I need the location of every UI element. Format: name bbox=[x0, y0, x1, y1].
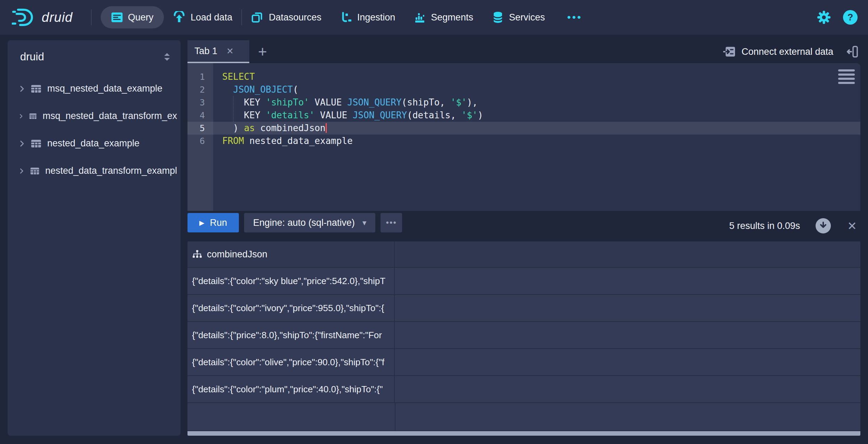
table-icon bbox=[30, 166, 39, 176]
query-tab-bar: Tab 1 ✕ + Connect external data bbox=[187, 40, 860, 63]
query-workbench: Tab 1 ✕ + Connect external data bbox=[187, 40, 860, 436]
sidebar-item-datasource[interactable]: msq_nested_data_example bbox=[15, 75, 177, 102]
nav-datasources-label: Datasources bbox=[269, 12, 322, 23]
nav-item-load-data[interactable]: Load data bbox=[173, 11, 232, 24]
nav-load-data-label: Load data bbox=[191, 12, 232, 23]
druid-logo-icon bbox=[12, 8, 36, 27]
results-column-header[interactable]: combinedJson bbox=[187, 241, 395, 267]
run-bar: ▶ Run Engine: auto (sql-native) ▾ ••• 5 … bbox=[187, 211, 860, 241]
gear-icon[interactable] bbox=[817, 10, 831, 25]
editor-gutter: 123456 bbox=[187, 63, 213, 211]
code-line[interactable]: ) as combinedJson bbox=[222, 122, 860, 135]
run-button[interactable]: ▶ Run bbox=[187, 213, 239, 232]
segments-icon bbox=[414, 11, 426, 23]
sidebar-item-datasource[interactable]: msq_nested_data_transform_ex bbox=[15, 102, 177, 130]
new-tab-button[interactable]: + bbox=[249, 40, 276, 63]
double-caret-sort-icon[interactable] bbox=[163, 52, 171, 62]
upload-icon bbox=[173, 11, 185, 24]
table-row: {"details":{"price":8.0},"shipTo":{"firs… bbox=[187, 322, 860, 349]
datasource-name: nested_data_transform_exampl bbox=[45, 165, 177, 176]
nav-segments-label: Segments bbox=[431, 12, 473, 23]
tab-close-icon[interactable]: ✕ bbox=[226, 47, 234, 56]
nav-services-label: Services bbox=[509, 12, 545, 23]
nav-divider bbox=[91, 9, 92, 25]
nav-item-query[interactable]: Query bbox=[101, 6, 164, 28]
code-line[interactable]: KEY 'shipTo' VALUE JSON_QUERY(shipTo, '$… bbox=[222, 96, 860, 109]
play-icon: ▶ bbox=[199, 219, 205, 227]
results-column-name: combinedJson bbox=[207, 249, 267, 260]
help-icon[interactable]: ? bbox=[843, 10, 858, 25]
line-number: 5 bbox=[187, 122, 213, 135]
line-number: 3 bbox=[187, 96, 213, 109]
chevron-right-icon[interactable] bbox=[19, 167, 24, 175]
collapse-panel-button[interactable] bbox=[846, 40, 858, 63]
line-number: 6 bbox=[187, 135, 213, 147]
ingestion-icon bbox=[340, 11, 352, 23]
result-cell[interactable]: {"details":{"price":8.0},"shipTo":{"firs… bbox=[187, 322, 395, 348]
sidebar-schema-title: druid bbox=[20, 51, 163, 63]
sql-editor[interactable]: 123456 SELECT JSON_OBJECT( KEY 'shipTo' … bbox=[187, 63, 860, 211]
chevron-right-icon[interactable] bbox=[19, 140, 25, 147]
sidebar-item-datasource[interactable]: nested_data_example bbox=[15, 130, 177, 157]
empty-cell bbox=[187, 403, 395, 430]
table-icon bbox=[31, 84, 41, 93]
result-cell[interactable]: {"details":{"color":"sky blue","price":5… bbox=[187, 268, 395, 294]
table-row: {"details":{"color":"sky blue","price":5… bbox=[187, 268, 860, 295]
nav-item-datasources[interactable]: Datasources bbox=[251, 11, 322, 24]
result-cell[interactable]: {"details":{"color":"olive","price":90.0… bbox=[187, 349, 395, 375]
results-header-row: combinedJson bbox=[187, 241, 860, 268]
results-info: 5 results in 0.09s bbox=[729, 221, 800, 231]
line-number: 2 bbox=[187, 83, 213, 96]
horizontal-scrollbar[interactable] bbox=[187, 431, 860, 436]
table-row: {"details":{"color":"ivory","price":955.… bbox=[187, 295, 860, 322]
query-document-icon bbox=[111, 12, 123, 23]
chevron-right-icon[interactable] bbox=[19, 85, 25, 93]
editor-menu-icon[interactable] bbox=[838, 69, 855, 84]
datasource-name: msq_nested_data_example bbox=[47, 83, 162, 94]
nav-item-segments[interactable]: Segments bbox=[414, 11, 473, 23]
download-results-button[interactable] bbox=[816, 218, 831, 233]
code-line[interactable]: JSON_OBJECT( bbox=[222, 83, 860, 96]
table-icon bbox=[29, 112, 37, 121]
druid-logo[interactable]: druid bbox=[12, 8, 73, 27]
line-number: 1 bbox=[187, 70, 213, 83]
query-tab-1[interactable]: Tab 1 ✕ bbox=[187, 40, 249, 63]
run-button-label: Run bbox=[210, 217, 227, 228]
collapse-panel-icon bbox=[846, 45, 858, 58]
nav-item-ingestion[interactable]: Ingestion bbox=[340, 11, 395, 23]
connect-external-data-icon bbox=[723, 46, 736, 58]
datasource-name: nested_data_example bbox=[47, 138, 140, 149]
code-line[interactable]: SELECT bbox=[222, 70, 860, 83]
text-cursor bbox=[326, 123, 327, 133]
sidebar-item-datasource[interactable]: nested_data_transform_exampl bbox=[15, 157, 177, 185]
engine-select-button[interactable]: Engine: auto (sql-native) ▾ bbox=[244, 213, 375, 232]
chevron-right-icon[interactable] bbox=[19, 112, 23, 120]
code-line[interactable]: KEY 'details' VALUE JSON_QUERY(details, … bbox=[222, 109, 860, 122]
datasource-name: msq_nested_data_transform_ex bbox=[43, 111, 177, 121]
caret-down-icon: ▾ bbox=[362, 218, 367, 228]
connect-external-data-button[interactable]: Connect external data bbox=[723, 40, 833, 63]
result-cell[interactable]: {"details":{"color":"ivory","price":955.… bbox=[187, 295, 395, 321]
tab-title: Tab 1 bbox=[194, 46, 217, 57]
result-cell[interactable]: {"details":{"color":"plum","price":40.0}… bbox=[187, 376, 395, 402]
nav-item-services[interactable]: Services bbox=[492, 11, 545, 24]
top-navbar: druid Query Load data Datasources bbox=[0, 0, 868, 35]
empty-table-row bbox=[187, 403, 860, 431]
nav-ingestion-label: Ingestion bbox=[357, 12, 395, 23]
engine-label: Engine: auto (sql-native) bbox=[253, 217, 355, 228]
line-number: 4 bbox=[187, 109, 213, 122]
editor-code[interactable]: SELECT JSON_OBJECT( KEY 'shipTo' VALUE J… bbox=[213, 63, 860, 211]
nav-more-button[interactable]: ••• bbox=[567, 11, 582, 23]
table-row: {"details":{"color":"plum","price":40.0}… bbox=[187, 376, 860, 403]
nav-query-label: Query bbox=[128, 12, 154, 23]
table-row: {"details":{"color":"olive","price":90.0… bbox=[187, 349, 860, 376]
results-table: combinedJson {"details":{"color":"sky bl… bbox=[187, 241, 860, 436]
download-arrow-icon bbox=[819, 222, 827, 230]
datasource-list: msq_nested_data_example msq_nested_data_… bbox=[8, 75, 181, 185]
json-tree-icon bbox=[192, 250, 202, 259]
run-more-options-button[interactable]: ••• bbox=[381, 213, 402, 232]
datasources-icon bbox=[251, 11, 264, 24]
nav-divider bbox=[241, 9, 242, 25]
close-results-icon[interactable]: ✕ bbox=[847, 219, 857, 233]
code-line[interactable]: FROM nested_data_example bbox=[222, 135, 860, 147]
